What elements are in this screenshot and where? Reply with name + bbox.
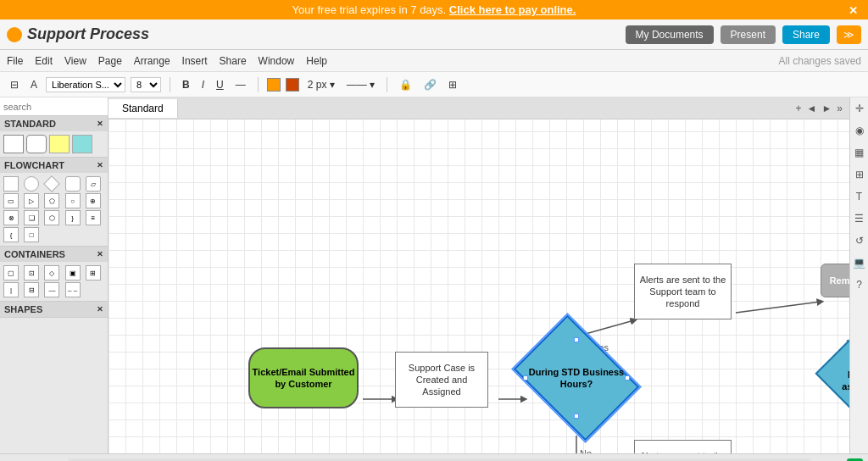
menu-view[interactable]: View (64, 55, 86, 67)
menu-window[interactable]: Window (259, 55, 295, 67)
layers-icon[interactable]: ⊞ (852, 167, 867, 182)
search-input[interactable] (3, 102, 108, 112)
share-button[interactable]: Share (782, 25, 830, 44)
standard-section-header[interactable]: STANDARD ✕ (0, 116, 108, 131)
handle-right[interactable] (625, 375, 630, 380)
menu-insert[interactable]: Insert (182, 55, 208, 67)
tab-standard[interactable]: Standard (108, 99, 178, 118)
menu-page[interactable]: Page (98, 55, 122, 67)
node-support-case-label: Support Case is Created and Assigned (396, 362, 487, 398)
node-reminder[interactable]: Reminder is sent (821, 264, 849, 297)
containers-section-header[interactable]: CONTAINERS ✕ (0, 247, 108, 262)
fc-shape-15[interactable]: ≡ (86, 210, 101, 225)
fc-shape-14[interactable]: } (65, 210, 81, 225)
fc-shape-3[interactable] (43, 175, 60, 192)
cont-shape-5[interactable]: ⊞ (86, 265, 101, 280)
fc-shape-17[interactable]: □ (24, 227, 39, 242)
help-icon[interactable]: ? (852, 277, 867, 292)
menu-share[interactable]: Share (220, 55, 247, 67)
fc-shape-6[interactable]: ▭ (3, 193, 19, 208)
monitor-icon[interactable]: 💻 (852, 255, 867, 270)
node-diamond[interactable]: During STD Business Hours? (526, 340, 627, 416)
shape-rounded[interactable] (26, 135, 47, 153)
cont-shape-2[interactable]: ⊡ (24, 265, 39, 280)
fc-shape-2[interactable] (24, 176, 39, 192)
grid-icon[interactable]: ▦ (852, 145, 867, 160)
fc-shape-12[interactable]: ❑ (24, 210, 39, 225)
font-size-selector[interactable]: 8 pt (131, 77, 161, 92)
strikethrough-button[interactable]: — (232, 77, 249, 92)
fc-shape-8[interactable]: ⬠ (44, 193, 59, 208)
fc-shape-9[interactable]: ○ (65, 193, 81, 208)
prev-page-button[interactable]: ◄ (807, 103, 817, 114)
cont-shape-3[interactable]: ◇ (44, 265, 59, 280)
menu-arrange[interactable]: Arrange (134, 55, 170, 67)
lock-button[interactable]: 🔒 (396, 77, 415, 92)
fc-shape-1[interactable] (3, 176, 19, 192)
shape-teal[interactable] (72, 135, 92, 153)
handle-top[interactable] (574, 337, 579, 342)
stroke-color-picker[interactable] (286, 78, 299, 92)
toolbar-sep-3 (387, 77, 387, 92)
zoom-in-button[interactable]: + (796, 103, 802, 114)
svg-line-8 (736, 302, 821, 313)
cont-shape-4[interactable]: ▣ (65, 265, 81, 280)
node-alerts-yes[interactable]: Alerts are sent to the Support team to r… (634, 264, 732, 319)
page-icon[interactable]: ◉ (852, 123, 867, 138)
node-support-case[interactable]: Support Case is Created and Assigned (395, 352, 488, 408)
fc-shape-11[interactable]: ⊗ (3, 210, 19, 225)
orange-sq-button[interactable]: ≫ (837, 25, 861, 44)
more-shapes-bar: More Shapes Chat M (0, 453, 868, 461)
canvas-area[interactable]: Standard + ◄ ► » Yes No (108, 97, 849, 453)
cont-shape-8[interactable]: — (44, 282, 59, 297)
more-pages-button[interactable]: » (837, 103, 843, 114)
my-documents-button[interactable]: My Documents (626, 25, 714, 44)
line-style-selector[interactable]: —— ▾ (343, 77, 378, 92)
fc-shape-16[interactable]: { (3, 227, 19, 242)
trial-close[interactable]: ✕ (849, 3, 858, 16)
shape-rect[interactable] (3, 135, 24, 153)
fill-color-picker[interactable] (267, 78, 281, 92)
fc-shape-7[interactable]: ▷ (24, 193, 39, 208)
node-is-ticket[interactable]: Is ticket assigned? (825, 350, 849, 411)
standard-shapes (0, 131, 108, 157)
toolbar-sep-2 (258, 77, 259, 92)
menu-edit[interactable]: Edit (35, 55, 53, 67)
fc-shape-5[interactable]: ▱ (86, 176, 101, 192)
italic-button[interactable]: I (198, 77, 208, 92)
next-page-button[interactable]: ► (821, 103, 832, 114)
fc-shape-4[interactable] (65, 176, 81, 192)
fc-shape-10[interactable]: ⊕ (86, 193, 101, 208)
format-icon[interactable]: ☰ (852, 211, 867, 226)
cont-shape-1[interactable]: ▢ (3, 265, 19, 280)
cont-shape-7[interactable]: ⊟ (24, 282, 39, 297)
menu-file[interactable]: File (7, 55, 23, 67)
plus-button[interactable]: ⊞ (445, 77, 460, 92)
bold-button[interactable]: B (179, 77, 193, 92)
menu-help[interactable]: Help (306, 55, 327, 67)
toolbar-font-color[interactable]: A (27, 77, 41, 92)
shape-yellow[interactable] (49, 135, 70, 153)
link-button[interactable]: 🔗 (420, 77, 440, 92)
shapes-section-header[interactable]: SHAPES ✕ (0, 302, 108, 317)
undo-icon[interactable]: ↺ (852, 233, 867, 248)
cont-shape-6[interactable]: | (3, 282, 19, 297)
handle-bottom[interactable] (574, 414, 579, 419)
node-ticket[interactable]: Ticket/Email Submitted by Customer (248, 347, 359, 408)
containers-label: CONTAINERS (4, 249, 65, 259)
toolbar-format-icon[interactable]: ⊟ (7, 77, 22, 92)
zoom-icon[interactable]: ✛ (852, 101, 867, 116)
chat-icon[interactable]: M (847, 458, 863, 462)
trial-link[interactable]: Click here to pay online. (449, 3, 576, 16)
node-alerts-no[interactable]: Alerts are sent to the on-call Technicia… (634, 440, 732, 453)
present-button[interactable]: Present (721, 25, 776, 44)
text-icon[interactable]: T (852, 189, 867, 204)
font-selector[interactable]: Liberation S... (46, 77, 125, 92)
handle-left[interactable] (523, 375, 528, 380)
diagram-tab: Standard + ◄ ► » (108, 97, 849, 119)
cont-shape-9[interactable]: – – (65, 282, 81, 297)
line-width-selector[interactable]: 2 px ▾ (304, 77, 338, 92)
fc-shape-13[interactable]: ⬡ (44, 210, 59, 225)
underline-button[interactable]: U (213, 77, 227, 92)
flowchart-section-header[interactable]: FLOWCHART ✕ (0, 158, 108, 173)
